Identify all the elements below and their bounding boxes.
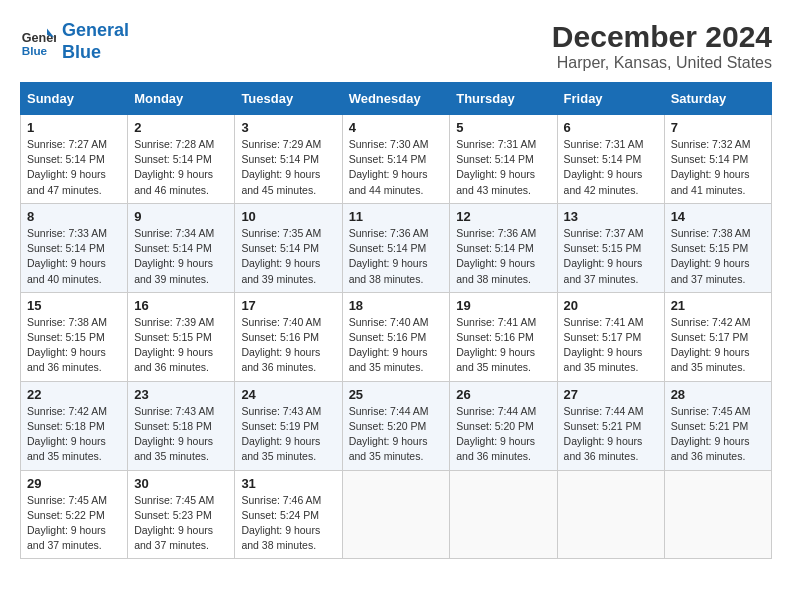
day-info: Sunrise: 7:38 AMSunset: 5:15 PMDaylight:…	[27, 315, 121, 376]
day-number: 24	[241, 387, 335, 402]
calendar-header-monday: Monday	[128, 83, 235, 115]
calendar-cell: 18Sunrise: 7:40 AMSunset: 5:16 PMDayligh…	[342, 292, 450, 381]
day-number: 31	[241, 476, 335, 491]
calendar-cell: 27Sunrise: 7:44 AMSunset: 5:21 PMDayligh…	[557, 381, 664, 470]
day-number: 28	[671, 387, 765, 402]
calendar-cell: 20Sunrise: 7:41 AMSunset: 5:17 PMDayligh…	[557, 292, 664, 381]
calendar-cell: 30Sunrise: 7:45 AMSunset: 5:23 PMDayligh…	[128, 470, 235, 559]
calendar-header-sunday: Sunday	[21, 83, 128, 115]
day-info: Sunrise: 7:30 AMSunset: 5:14 PMDaylight:…	[349, 137, 444, 198]
day-info: Sunrise: 7:33 AMSunset: 5:14 PMDaylight:…	[27, 226, 121, 287]
day-info: Sunrise: 7:42 AMSunset: 5:17 PMDaylight:…	[671, 315, 765, 376]
day-info: Sunrise: 7:40 AMSunset: 5:16 PMDaylight:…	[349, 315, 444, 376]
day-number: 15	[27, 298, 121, 313]
calendar-cell: 13Sunrise: 7:37 AMSunset: 5:15 PMDayligh…	[557, 203, 664, 292]
calendar-cell: 3Sunrise: 7:29 AMSunset: 5:14 PMDaylight…	[235, 115, 342, 204]
day-number: 23	[134, 387, 228, 402]
calendar-cell: 5Sunrise: 7:31 AMSunset: 5:14 PMDaylight…	[450, 115, 557, 204]
calendar-week-5: 29Sunrise: 7:45 AMSunset: 5:22 PMDayligh…	[21, 470, 772, 559]
calendar-cell: 11Sunrise: 7:36 AMSunset: 5:14 PMDayligh…	[342, 203, 450, 292]
day-number: 3	[241, 120, 335, 135]
svg-text:Blue: Blue	[22, 43, 48, 56]
day-number: 11	[349, 209, 444, 224]
day-number: 25	[349, 387, 444, 402]
day-info: Sunrise: 7:36 AMSunset: 5:14 PMDaylight:…	[349, 226, 444, 287]
day-number: 14	[671, 209, 765, 224]
logo-icon: General Blue	[20, 24, 56, 60]
day-info: Sunrise: 7:44 AMSunset: 5:20 PMDaylight:…	[456, 404, 550, 465]
calendar-cell: 8Sunrise: 7:33 AMSunset: 5:14 PMDaylight…	[21, 203, 128, 292]
day-info: Sunrise: 7:34 AMSunset: 5:14 PMDaylight:…	[134, 226, 228, 287]
calendar-header-tuesday: Tuesday	[235, 83, 342, 115]
day-number: 13	[564, 209, 658, 224]
day-number: 19	[456, 298, 550, 313]
day-number: 10	[241, 209, 335, 224]
calendar-cell: 12Sunrise: 7:36 AMSunset: 5:14 PMDayligh…	[450, 203, 557, 292]
calendar-cell: 22Sunrise: 7:42 AMSunset: 5:18 PMDayligh…	[21, 381, 128, 470]
day-info: Sunrise: 7:36 AMSunset: 5:14 PMDaylight:…	[456, 226, 550, 287]
day-info: Sunrise: 7:32 AMSunset: 5:14 PMDaylight:…	[671, 137, 765, 198]
day-number: 9	[134, 209, 228, 224]
day-info: Sunrise: 7:45 AMSunset: 5:21 PMDaylight:…	[671, 404, 765, 465]
day-info: Sunrise: 7:46 AMSunset: 5:24 PMDaylight:…	[241, 493, 335, 554]
day-number: 6	[564, 120, 658, 135]
day-info: Sunrise: 7:27 AMSunset: 5:14 PMDaylight:…	[27, 137, 121, 198]
calendar-cell: 2Sunrise: 7:28 AMSunset: 5:14 PMDaylight…	[128, 115, 235, 204]
calendar-cell: 4Sunrise: 7:30 AMSunset: 5:14 PMDaylight…	[342, 115, 450, 204]
calendar-cell: 15Sunrise: 7:38 AMSunset: 5:15 PMDayligh…	[21, 292, 128, 381]
day-number: 20	[564, 298, 658, 313]
day-number: 4	[349, 120, 444, 135]
calendar-cell: 10Sunrise: 7:35 AMSunset: 5:14 PMDayligh…	[235, 203, 342, 292]
day-info: Sunrise: 7:43 AMSunset: 5:19 PMDaylight:…	[241, 404, 335, 465]
day-number: 18	[349, 298, 444, 313]
calendar-cell: 7Sunrise: 7:32 AMSunset: 5:14 PMDaylight…	[664, 115, 771, 204]
day-info: Sunrise: 7:44 AMSunset: 5:20 PMDaylight:…	[349, 404, 444, 465]
day-number: 26	[456, 387, 550, 402]
day-info: Sunrise: 7:40 AMSunset: 5:16 PMDaylight:…	[241, 315, 335, 376]
calendar-header-wednesday: Wednesday	[342, 83, 450, 115]
day-info: Sunrise: 7:43 AMSunset: 5:18 PMDaylight:…	[134, 404, 228, 465]
calendar-cell	[664, 470, 771, 559]
day-number: 7	[671, 120, 765, 135]
calendar-cell: 19Sunrise: 7:41 AMSunset: 5:16 PMDayligh…	[450, 292, 557, 381]
calendar-cell: 9Sunrise: 7:34 AMSunset: 5:14 PMDaylight…	[128, 203, 235, 292]
calendar-cell: 25Sunrise: 7:44 AMSunset: 5:20 PMDayligh…	[342, 381, 450, 470]
day-info: Sunrise: 7:38 AMSunset: 5:15 PMDaylight:…	[671, 226, 765, 287]
day-number: 5	[456, 120, 550, 135]
day-info: Sunrise: 7:45 AMSunset: 5:22 PMDaylight:…	[27, 493, 121, 554]
calendar-cell: 14Sunrise: 7:38 AMSunset: 5:15 PMDayligh…	[664, 203, 771, 292]
day-number: 27	[564, 387, 658, 402]
day-number: 8	[27, 209, 121, 224]
calendar-cell	[342, 470, 450, 559]
calendar-cell: 16Sunrise: 7:39 AMSunset: 5:15 PMDayligh…	[128, 292, 235, 381]
day-info: Sunrise: 7:35 AMSunset: 5:14 PMDaylight:…	[241, 226, 335, 287]
day-number: 29	[27, 476, 121, 491]
day-info: Sunrise: 7:29 AMSunset: 5:14 PMDaylight:…	[241, 137, 335, 198]
calendar-table: SundayMondayTuesdayWednesdayThursdayFrid…	[20, 82, 772, 559]
title-block: December 2024 Harper, Kansas, United Sta…	[552, 20, 772, 72]
day-info: Sunrise: 7:31 AMSunset: 5:14 PMDaylight:…	[564, 137, 658, 198]
calendar-cell: 17Sunrise: 7:40 AMSunset: 5:16 PMDayligh…	[235, 292, 342, 381]
calendar-header-thursday: Thursday	[450, 83, 557, 115]
calendar-cell: 26Sunrise: 7:44 AMSunset: 5:20 PMDayligh…	[450, 381, 557, 470]
day-number: 2	[134, 120, 228, 135]
day-info: Sunrise: 7:42 AMSunset: 5:18 PMDaylight:…	[27, 404, 121, 465]
calendar-cell: 31Sunrise: 7:46 AMSunset: 5:24 PMDayligh…	[235, 470, 342, 559]
day-info: Sunrise: 7:37 AMSunset: 5:15 PMDaylight:…	[564, 226, 658, 287]
day-info: Sunrise: 7:41 AMSunset: 5:17 PMDaylight:…	[564, 315, 658, 376]
logo: General Blue GeneralBlue	[20, 20, 129, 63]
calendar-cell: 28Sunrise: 7:45 AMSunset: 5:21 PMDayligh…	[664, 381, 771, 470]
page-subtitle: Harper, Kansas, United States	[552, 54, 772, 72]
calendar-week-3: 15Sunrise: 7:38 AMSunset: 5:15 PMDayligh…	[21, 292, 772, 381]
calendar-header-row: SundayMondayTuesdayWednesdayThursdayFrid…	[21, 83, 772, 115]
day-info: Sunrise: 7:41 AMSunset: 5:16 PMDaylight:…	[456, 315, 550, 376]
calendar-cell: 29Sunrise: 7:45 AMSunset: 5:22 PMDayligh…	[21, 470, 128, 559]
calendar-cell	[450, 470, 557, 559]
calendar-header-saturday: Saturday	[664, 83, 771, 115]
calendar-cell: 23Sunrise: 7:43 AMSunset: 5:18 PMDayligh…	[128, 381, 235, 470]
calendar-cell: 21Sunrise: 7:42 AMSunset: 5:17 PMDayligh…	[664, 292, 771, 381]
day-number: 21	[671, 298, 765, 313]
day-info: Sunrise: 7:45 AMSunset: 5:23 PMDaylight:…	[134, 493, 228, 554]
day-number: 16	[134, 298, 228, 313]
day-number: 1	[27, 120, 121, 135]
